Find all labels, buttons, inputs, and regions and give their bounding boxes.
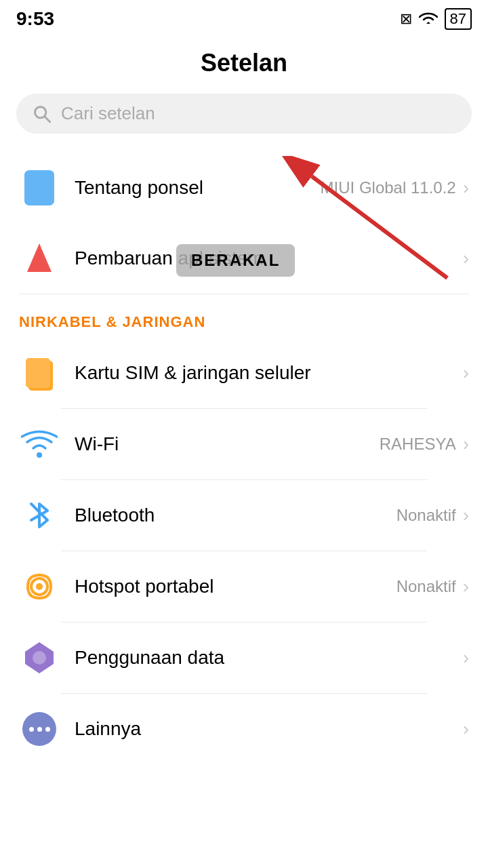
status-time: 9:53 [16,8,54,30]
chevron-icon: › [463,248,469,269]
settings-item-lainnya[interactable]: Lainnya › [0,694,488,764]
search-bar[interactable]: Cari setelan [16,94,472,134]
update-icon [19,238,60,279]
phone-icon [19,167,60,208]
hotspot-label: Hotspot portabel [75,576,396,597]
chevron-icon: › [463,647,469,669]
sim-icon [19,353,60,393]
bluetooth-value: Nonaktif [396,506,456,525]
svg-point-10 [33,651,46,665]
chevron-icon: › [463,177,469,199]
berakal-tooltip: BERAKAL [176,244,295,277]
search-icon [33,104,52,123]
svg-point-9 [36,583,43,590]
svg-marker-2 [27,243,52,272]
search-placeholder: Cari setelan [61,103,155,124]
svg-rect-6 [26,358,50,388]
page-title: Setelan [0,35,488,94]
tentang-ponsel-value: MIUI Global 11.0.2 [321,178,456,197]
chevron-icon: › [463,505,469,526]
settings-item-wifi[interactable]: Wi-Fi RAHESYA › [0,409,488,479]
bluetooth-label: Bluetooth [75,505,396,526]
battery-indicator: 87 [445,8,472,30]
tentang-ponsel-label: Tentang ponsel [75,177,321,199]
settings-item-tentang-ponsel[interactable]: Tentang ponsel MIUI Global 11.0.2 › [0,153,488,223]
settings-item-data-usage[interactable]: Penggunaan data › [0,623,488,693]
wifi-icon [19,424,60,465]
settings-item-hotspot[interactable]: Hotspot portabel Nonaktif › [0,551,488,622]
chevron-icon: › [463,433,469,455]
more-icon [19,709,60,749]
wifi-label: Wi-Fi [75,433,380,455]
chevron-icon: › [463,576,469,597]
svg-line-1 [45,117,50,122]
chevron-icon: › [463,718,469,740]
network-section-header: NIRKABEL & JARINGAN [0,294,488,338]
kartu-sim-label: Kartu SIM & jaringan seluler [75,362,463,384]
svg-point-7 [37,452,42,458]
hotspot-icon [19,566,60,607]
status-icons: ⊠ 87 [400,8,472,30]
wifi-status-icon [419,9,438,28]
bluetooth-icon [19,495,60,536]
data-usage-label: Penggunaan data [75,647,463,669]
close-icon: ⊠ [400,10,412,28]
data-usage-icon [19,637,60,678]
status-bar: 9:53 ⊠ 87 [0,0,488,35]
search-container: Cari setelan [16,94,472,134]
lainnya-label: Lainnya [75,718,463,740]
wifi-value: RAHESYA [380,435,456,454]
settings-item-kartu-sim[interactable]: Kartu SIM & jaringan seluler › [0,338,488,408]
hotspot-value: Nonaktif [396,577,456,596]
chevron-icon: › [463,362,469,384]
settings-item-bluetooth[interactable]: Bluetooth Nonaktif › [0,480,488,551]
